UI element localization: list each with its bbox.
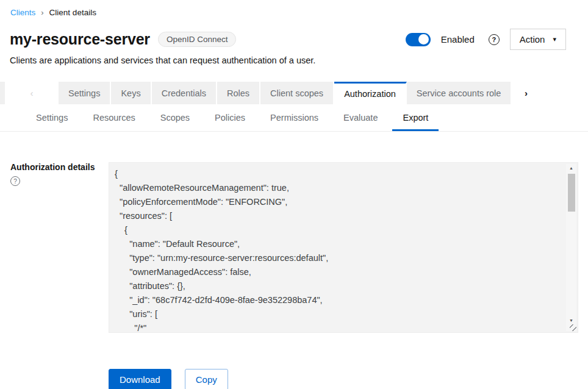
breadcrumb-current: Client details [49, 8, 96, 17]
action-dropdown-label: Action [520, 34, 545, 45]
tabs-scroll-left-icon[interactable]: ‹ [5, 82, 59, 104]
scroll-down-icon[interactable]: ▼ [566, 318, 576, 323]
page-header: my-resource-server OpenID Connect Enable… [0, 29, 588, 50]
tab-service-accounts-roles[interactable]: Service accounts role [407, 82, 512, 104]
subtab-export[interactable]: Export [392, 107, 439, 131]
form-actions: Download Copy [0, 369, 588, 389]
textarea-scrollbar[interactable]: ▲ ▼ [566, 164, 576, 331]
export-form: Authorization details ? { "allowRemoteRe… [0, 162, 588, 333]
breadcrumb-separator-icon: › [41, 8, 43, 17]
tab-roles[interactable]: Roles [217, 82, 260, 104]
tabs-scroll-right-icon[interactable]: › [512, 82, 540, 104]
subtab-settings[interactable]: Settings [26, 107, 78, 131]
tab-authorization[interactable]: Authorization [334, 82, 407, 104]
action-dropdown-button[interactable]: Action ▾ [510, 29, 566, 50]
title-group: my-resource-server OpenID Connect [10, 30, 236, 48]
tab-credentials[interactable]: Credentials [152, 82, 217, 104]
page-description: Clients are applications and services th… [0, 55, 588, 65]
tab-keys[interactable]: Keys [111, 82, 151, 104]
breadcrumb-clients-link[interactable]: Clients [10, 8, 35, 17]
page-title: my-resource-server [10, 30, 150, 48]
enabled-label: Enabled [441, 34, 475, 45]
authorization-details-textarea[interactable]: { "allowRemoteResourceManagement": true,… [109, 162, 578, 333]
scrollbar-thumb[interactable] [568, 174, 575, 212]
authorization-json-text: { "allowRemoteResourceManagement": true,… [109, 163, 564, 332]
field-label-column: Authorization details ? [10, 162, 109, 333]
scroll-up-icon[interactable]: ▲ [566, 166, 576, 170]
tab-settings[interactable]: Settings [59, 82, 111, 104]
resize-grip-icon[interactable] [570, 324, 576, 331]
chevron-down-icon: ▾ [553, 35, 556, 43]
protocol-badge: OpenID Connect [158, 32, 237, 47]
subtab-permissions[interactable]: Permissions [260, 107, 329, 131]
header-controls: Enabled ? Action ▾ [406, 29, 566, 50]
download-button[interactable]: Download [109, 369, 171, 389]
authorization-sub-tab-bar: Settings Resources Scopes Policies Permi… [0, 107, 588, 132]
breadcrumb: Clients › Client details [0, 0, 588, 17]
tab-client-scopes[interactable]: Client scopes [260, 82, 334, 104]
subtab-policies[interactable]: Policies [204, 107, 256, 131]
subtab-evaluate[interactable]: Evaluate [333, 107, 388, 131]
main-tab-bar: ‹ Settings Keys Credentials Roles Client… [0, 82, 588, 104]
enabled-toggle[interactable] [406, 33, 431, 46]
toggle-knob [418, 34, 429, 45]
subtab-scopes[interactable]: Scopes [150, 107, 200, 131]
field-help-icon[interactable]: ? [10, 176, 20, 186]
scrolled-tab-stub [0, 82, 5, 104]
copy-button[interactable]: Copy [185, 369, 228, 389]
authorization-details-label: Authorization details [10, 162, 109, 172]
subtab-resources[interactable]: Resources [82, 107, 145, 131]
help-icon[interactable]: ? [489, 34, 500, 45]
